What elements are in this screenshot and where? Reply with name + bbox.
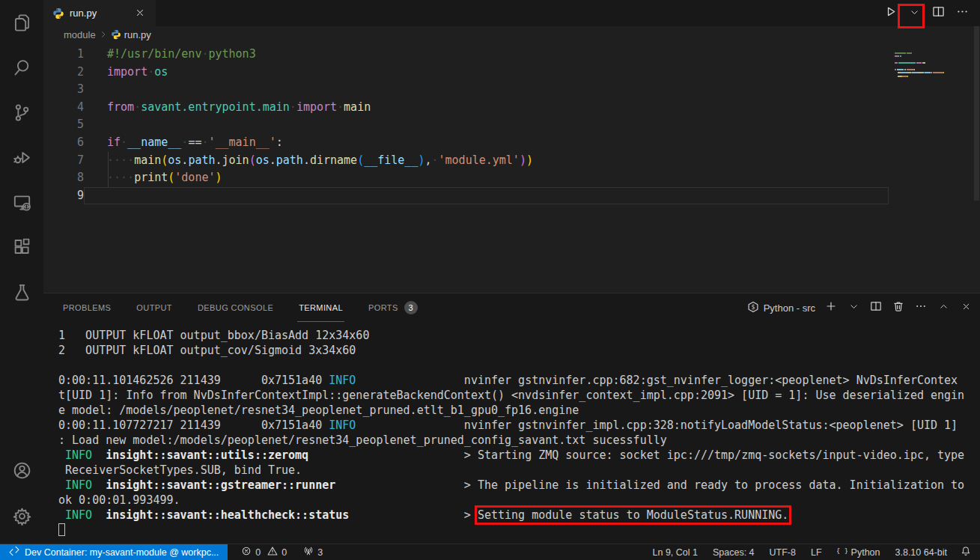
minimap-line [895,76,980,77]
terminal-line: INFO insight::savant::utils::zeromq > St… [58,448,980,463]
breadcrumb-folder[interactable]: module [64,29,96,40]
status-language-mode[interactable]: { }Python [830,544,888,560]
editor-scrollbar[interactable] [974,26,979,201]
panel-tab-output[interactable]: OUTPUT [135,293,174,322]
line-number[interactable]: 9 [43,187,84,205]
activity-accounts[interactable] [4,452,40,491]
breadcrumb-file[interactable]: run.py [124,29,151,40]
ports-badge: 3 [404,301,418,314]
status-indentation[interactable]: Spaces: 4 [705,544,762,560]
terminal-output[interactable]: 1 OUTPUT kFLOAT output_bbox/BiasAdd 12x3… [43,322,980,544]
line-number[interactable]: 5 [43,116,84,134]
status-eol[interactable]: LF [803,544,830,560]
status-label: UTF-8 [770,547,796,558]
tab-close-icon[interactable] [135,7,147,19]
run-dropdown-button[interactable] [907,6,922,20]
bottom-panel: PROBLEMSOUTPUTDEBUG CONSOLETERMINALPORTS… [43,293,980,544]
code-line-text[interactable] [84,81,980,99]
terminal-line: e model: /models/peoplenet/resnet34_peop… [58,403,980,418]
chevron-right-icon [99,30,108,39]
terminal-text: 0:00:11.107727217 211439 0x7151a40 [58,419,329,432]
panel-tabs: PROBLEMSOUTPUTDEBUG CONSOLETERMINALPORTS… [61,293,419,322]
code-line-text[interactable] [84,187,889,205]
activity-source-control[interactable] [4,94,40,133]
minimap[interactable] [895,52,980,82]
run-python-file-button[interactable] [883,6,898,20]
panel-tab-terminal[interactable]: TERMINAL [297,293,344,322]
activity-explorer[interactable] [4,4,40,43]
activity-remote-explorer[interactable] [4,184,40,223]
activity-extensions[interactable] [4,229,40,268]
code-editor[interactable]: 1#!/usr/bin/env·python32import·os34from·… [43,43,980,204]
line-number[interactable]: 2 [43,64,84,82]
ports-status[interactable]: 3 [297,544,329,560]
code-line-text[interactable] [84,116,980,134]
line-number[interactable]: 4 [43,99,84,117]
new-terminal-button[interactable] [824,301,838,314]
terminal-text: e model: /models/peoplenet/resnet34_peop… [58,404,579,417]
code-line-text[interactable]: from·savant.entrypoint.main·import·main [84,99,980,117]
remote-icon [9,546,19,559]
activity-run-and-debug[interactable] [4,139,40,178]
terminal-text: nvinfer gstnvinfer.cpp:682:gst_nvinfer_l… [356,374,958,387]
close-panel-button[interactable] [959,301,973,314]
code-line-1: 1#!/usr/bin/env·python3 [43,46,980,64]
terminal-more-actions-button[interactable] [914,301,928,314]
status-python-interpreter[interactable]: 3.8.10 64-bit [888,544,955,560]
panel-tab-label: PORTS [368,303,398,312]
problems-status[interactable]: 0 0 [235,544,293,560]
minimap-line [895,59,980,61]
kill-terminal-button[interactable] [892,301,905,314]
tab-label: run.py [70,7,97,19]
panel-tab-debug-console[interactable]: DEBUG CONSOLE [196,293,275,322]
terminal-status-text-annotated: Setting module status to ModuleStatus.RU… [478,508,788,522]
line-number[interactable]: 7 [43,152,84,170]
status-encoding[interactable]: UTF-8 [762,544,803,560]
status-label: 3.8.10 64-bit [895,547,948,558]
main-area: run.py module run.py 1#!/usr/bin/env·pyt… [43,0,980,544]
activity-settings[interactable] [4,498,40,537]
warning-count: 0 [281,547,287,558]
line-number[interactable]: 6 [43,134,84,152]
code-line-6: 6if·__name__·==·'__main__': [43,134,980,152]
bell-icon [961,546,971,559]
chevron-up-icon [939,301,949,314]
line-number[interactable]: 3 [43,81,84,99]
code-line-text[interactable]: #!/usr/bin/env·python3 [84,46,980,64]
minimap-line [895,79,980,80]
terminal-text: insight::savant::utils::zeromq [106,448,308,462]
chevron-down-icon [849,301,859,314]
panel-tab-label: DEBUG CONSOLE [198,303,273,312]
ellipsis-icon [956,5,969,21]
code-line-text[interactable]: ····print('done') [84,169,980,187]
panel-tab-ports[interactable]: PORTS3 [367,293,419,322]
line-number[interactable]: 1 [43,46,84,64]
status-cursor-position[interactable]: Ln 9, Col 1 [645,544,705,560]
activity-search[interactable] [4,49,40,88]
code-line-text[interactable]: import·os [84,64,980,82]
terminal-text: 0:00:11.101462526 211439 0x7151a40 [58,374,329,387]
line-number[interactable]: 8 [43,169,84,187]
play-icon [884,5,897,21]
panel-tab-problems[interactable]: PROBLEMS [61,293,112,322]
editor-more-actions-button[interactable] [955,6,970,20]
split-editor-button[interactable] [931,6,946,20]
terminal-text: > [349,508,478,522]
split-terminal-button[interactable] [869,301,883,314]
python-file-icon [111,29,121,40]
terminal-session[interactable]: $ Python - src [747,301,815,315]
code-line-text[interactable]: if·__name__·==·'__main__': [84,134,980,152]
terminal-profile-dropdown[interactable] [847,301,860,314]
tab-run-py[interactable]: run.py [43,0,156,26]
maximize-panel-button[interactable] [937,301,950,314]
status-label: Spaces: 4 [713,547,755,558]
notifications-bell[interactable] [955,544,980,560]
remote-indicator[interactable]: Dev Container: my-savant-module @ workpc… [0,544,228,560]
split-icon [870,300,882,315]
settings-icon [13,507,31,529]
code-line-text[interactable]: ····main(os.path.join(os.path.dirname(__… [84,152,980,170]
activity-testing[interactable] [4,274,40,313]
terminal-session-label: Python - src [764,302,815,314]
broadcast-icon [303,546,314,559]
terminal-line: 2 OUTPUT kFLOAT output_cov/Sigmoid 3x34x… [58,343,980,358]
